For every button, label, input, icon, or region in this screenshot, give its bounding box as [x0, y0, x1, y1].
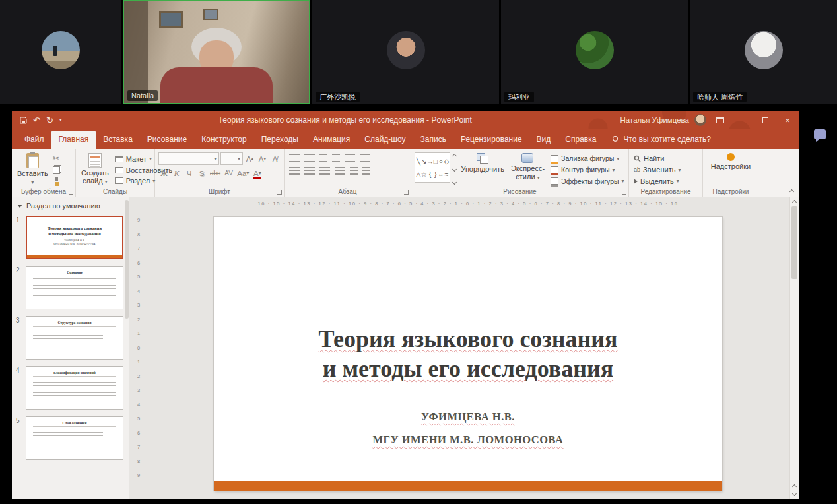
shape-brace-left-icon[interactable]: {	[429, 171, 431, 178]
slide-thumbnail-3[interactable]: Структура сознания	[26, 316, 123, 360]
ribbon-display-options-button[interactable]	[712, 111, 729, 129]
tab-transitions[interactable]: Переходы	[254, 131, 306, 149]
account-avatar[interactable]	[694, 114, 706, 126]
shape-star-icon[interactable]: ☆	[421, 171, 427, 178]
editor-scrollbar[interactable]	[789, 197, 799, 482]
previous-slide-icon[interactable]	[792, 484, 797, 489]
collapse-ribbon-icon[interactable]	[789, 189, 794, 194]
thumbnail-scrollbar[interactable]	[125, 200, 129, 319]
shapes-gallery-scroll[interactable]	[453, 152, 456, 186]
tell-me-box[interactable]: Что вы хотите сделать?	[611, 135, 711, 149]
columns-icon[interactable]	[350, 167, 358, 175]
chat-bubble-icon[interactable]	[814, 129, 826, 139]
shape-arrow-icon[interactable]: →	[427, 158, 434, 165]
bullets-icon[interactable]	[289, 154, 300, 162]
shape-outline-button[interactable]: Контур фигуры▾	[549, 165, 626, 174]
font-name-combo[interactable]: ▾	[158, 152, 219, 165]
clear-format-button[interactable]: А̸	[269, 152, 281, 165]
font-color-button[interactable]: А▾	[251, 167, 263, 179]
tab-design[interactable]: Конструктор	[194, 131, 253, 149]
customize-qat-icon[interactable]: ▾	[59, 117, 62, 123]
participant-tile[interactable]	[0, 0, 121, 104]
change-case-button[interactable]: Аа▾	[236, 167, 250, 179]
slide-title[interactable]: Теория языкового сознания и методы его и…	[214, 325, 722, 384]
participant-tile-active[interactable]: Natalia	[123, 0, 310, 104]
replace-button[interactable]: ab Заменить▾	[632, 165, 682, 174]
text-shadow-button[interactable]: S	[196, 167, 207, 179]
tab-home[interactable]: Главная	[51, 131, 96, 149]
addins-button[interactable]: Надстройки	[709, 152, 753, 186]
increase-font-button[interactable]: А▴	[244, 152, 255, 165]
tab-record[interactable]: Запись	[413, 131, 453, 149]
participant-tile[interactable]: 玛利亚	[501, 0, 688, 104]
character-spacing-button[interactable]: AV	[223, 167, 234, 179]
participant-tile[interactable]: 广外沙凯悦	[312, 0, 499, 104]
arrange-button[interactable]: Упорядочить	[459, 152, 506, 186]
select-button[interactable]: Выделить▾	[632, 177, 682, 186]
slide-subtitle[interactable]: УФИМЦЕВА Н.В. МГУ ИМЕНИ М.В. ЛОМОНОСОВА	[214, 406, 722, 451]
next-slide-icon[interactable]	[792, 491, 797, 496]
font-size-combo[interactable]: ▾	[220, 152, 243, 165]
slide-thumbnail-4[interactable]: классификация значений	[26, 366, 123, 410]
minimize-button[interactable]: —	[734, 111, 751, 129]
tab-slideshow[interactable]: Слайд-шоу	[357, 131, 413, 149]
scroll-up-icon[interactable]	[792, 200, 797, 205]
restore-button[interactable]	[756, 111, 774, 129]
shape-effects-button[interactable]: Эффекты фигуры▾	[549, 177, 626, 186]
shape-diamond-icon[interactable]: ◇	[444, 158, 450, 165]
line-spacing-icon[interactable]	[345, 154, 355, 162]
shape-ellipse-icon[interactable]: ○	[439, 158, 443, 165]
decrease-indent-icon[interactable]	[319, 154, 327, 162]
align-center-icon[interactable]	[304, 167, 315, 175]
close-button[interactable]: ×	[779, 111, 796, 129]
tab-draw[interactable]: Рисование	[140, 131, 194, 149]
tab-file[interactable]: Файл	[17, 131, 51, 149]
shape-rect-icon[interactable]: □	[434, 158, 438, 165]
shape-curve-icon[interactable]: ≈	[445, 171, 449, 178]
paragraph-dialog-launcher[interactable]	[404, 190, 409, 195]
decrease-font-button[interactable]: А▾	[257, 152, 268, 165]
copy-icon[interactable]	[53, 165, 61, 174]
redo-icon[interactable]: ↻	[46, 116, 53, 125]
slide-thumbnail-5[interactable]: Слои сознания	[26, 416, 123, 460]
font-dialog-launcher[interactable]	[277, 190, 282, 195]
underline-button[interactable]: Ч	[184, 167, 195, 179]
align-left-icon[interactable]	[289, 167, 300, 175]
bold-button[interactable]: Ж	[158, 167, 170, 179]
tab-insert[interactable]: Вставка	[96, 131, 140, 149]
shape-arrow-down-icon[interactable]: ↘	[421, 158, 426, 165]
clipboard-dialog-launcher[interactable]	[69, 190, 73, 195]
slide-canvas[interactable]: Теория языкового сознания и методы его и…	[214, 217, 722, 491]
strikethrough-button[interactable]: abc	[209, 167, 222, 179]
align-right-icon[interactable]	[319, 167, 330, 175]
slide-thumbnail-2[interactable]: Сознание	[26, 266, 123, 309]
shapes-gallery[interactable]: ╲ ↘ → □ ○ ◇ △ ☆ { } ⇔ ≈	[415, 152, 450, 183]
tab-review[interactable]: Рецензирование	[453, 131, 529, 149]
format-painter-icon[interactable]	[53, 177, 61, 186]
tab-view[interactable]: Вид	[529, 131, 558, 149]
tab-help[interactable]: Справка	[558, 131, 603, 149]
save-icon[interactable]	[20, 117, 27, 124]
drawing-dialog-launcher[interactable]	[622, 190, 626, 195]
slide-thumbnail-1[interactable]: Теория языкового сознанияи методы его ис…	[26, 216, 123, 259]
find-button[interactable]: Найти	[632, 154, 682, 163]
shape-triangle-icon[interactable]: △	[416, 171, 421, 178]
tab-animations[interactable]: Анимация	[306, 131, 357, 149]
justify-icon[interactable]	[335, 167, 345, 175]
participant-tile[interactable]: 哈师人 周炼竹	[690, 0, 837, 104]
undo-icon[interactable]: ↶	[33, 116, 40, 125]
shape-brace-right-icon[interactable]: }	[434, 171, 436, 178]
italic-button[interactable]: К	[171, 167, 182, 179]
cut-icon[interactable]: ✂	[53, 154, 61, 162]
smartart-convert-icon[interactable]	[362, 167, 370, 175]
shape-line-icon[interactable]: ╲	[417, 158, 420, 165]
shape-fill-button[interactable]: Заливка фигуры▾	[549, 154, 626, 163]
increase-indent-icon[interactable]	[332, 154, 340, 162]
text-direction-icon[interactable]	[360, 154, 370, 162]
numbering-icon[interactable]	[304, 154, 315, 162]
shape-double-arrow-icon[interactable]: ⇔	[438, 171, 444, 178]
paste-button[interactable]: Вставить ▾	[15, 152, 50, 186]
new-slide-button[interactable]: Создатьслайд ▾	[79, 152, 111, 186]
section-header[interactable]: Раздел по умолчанию	[12, 199, 129, 212]
quick-styles-button[interactable]: Экспресс-стили ▾	[509, 152, 547, 186]
